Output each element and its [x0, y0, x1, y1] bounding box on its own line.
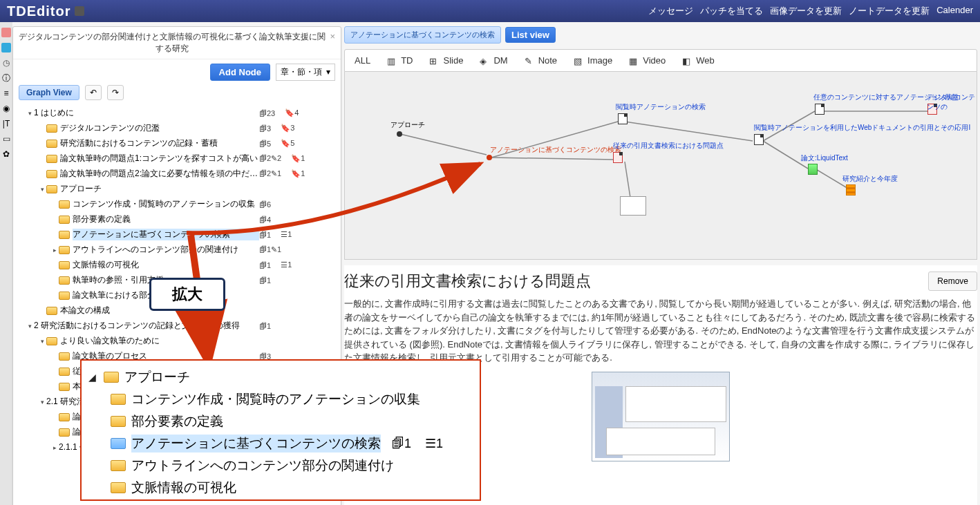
endnote-thumbnail[interactable]: [592, 372, 730, 461]
folder-icon: [59, 276, 70, 285]
folder-icon: [46, 185, 57, 193]
top-link-patch[interactable]: パッチを当てる: [700, 5, 763, 17]
tab-slide[interactable]: ⊞Slide: [429, 55, 463, 66]
expand-tri-icon[interactable]: ▾: [38, 338, 46, 345]
tree-row[interactable]: 研究活動におけるコンテンツの記録・蓄積🗐5🔖5: [19, 136, 335, 151]
tree-row[interactable]: 部分要素の定義🗐4: [19, 212, 335, 227]
folder-icon: [59, 200, 70, 209]
graph-node-center-dot[interactable]: [487, 155, 492, 160]
side-icon-doc[interactable]: ▭: [1, 134, 11, 144]
tree-meta: 🗐3🔖3: [259, 124, 335, 133]
tree-row[interactable]: コンテンツ作成・閲覧時のアノテーションの収集🗐6: [19, 197, 335, 212]
content-body: 一般的に, 文書作成時に引用する文書は過去に閲覧したことのある文書であり, 閲覧…: [344, 297, 977, 365]
expand-tri-icon[interactable]: ▾: [26, 323, 34, 330]
folder-icon: [111, 482, 126, 493]
tab-image[interactable]: ▧Image: [574, 55, 612, 66]
tree-label: 2 研究活動におけるコンテンツの記録と文脈情報の獲得: [34, 320, 259, 332]
tree-label: コンテンツ作成・閲覧時のアノテーションの収集: [73, 198, 259, 210]
top-link-calendar[interactable]: Calender: [936, 5, 973, 17]
folder-icon: [59, 368, 70, 376]
tab-dm[interactable]: ◈DM: [480, 55, 507, 66]
top-link-image-refresh[interactable]: 画像データを更新: [770, 5, 842, 17]
graph-node-1[interactable]: 閲覧時アノテーションの検索: [616, 102, 706, 112]
graph-thumb-orange[interactable]: [846, 184, 856, 196]
folder-icon: [59, 383, 70, 391]
folder-icon: [59, 428, 70, 437]
folder-icon: [111, 438, 126, 449]
tree-meta: 🗐1☰1: [259, 230, 335, 239]
graph-node-3[interactable]: 閲覧時アノテーションを利用したWebドキュメントの引用とその応用I: [754, 123, 970, 133]
expand-tri-icon[interactable]: ▾: [26, 110, 34, 117]
tab-video[interactable]: ▦Video: [629, 55, 666, 66]
folder-icon: [59, 292, 70, 300]
side-icon-gear[interactable]: ✿: [1, 149, 11, 159]
expand-tri-icon[interactable]: ▾: [38, 186, 46, 193]
graph-doc-icon-2[interactable]: [613, 152, 623, 163]
list-view-button[interactable]: List view: [505, 27, 556, 43]
zoom-meta-2: ☰1: [425, 436, 443, 451]
folder-icon: [46, 307, 57, 315]
tree-row[interactable]: ▸アウトラインへのコンテンツ部分の関連付け🗐1✎1: [19, 242, 335, 258]
tree-row[interactable]: 論文執筆時の問題点2:論文に必要な情報を頭の中だけで🗐2✎1🔖1: [19, 166, 335, 182]
graph-doc-icon-1[interactable]: [618, 113, 628, 124]
breadcrumb[interactable]: アノテーションに基づくコンテンツの検索: [344, 26, 501, 44]
folder-icon: [59, 246, 70, 254]
side-icon-eye[interactable]: ◉: [1, 104, 11, 113]
graph-thumb-green[interactable]: [808, 164, 818, 175]
content-tabs: ALL ▥TD ⊞Slide ◈DM ✎Note ▧Image ▦Video ◧…: [344, 49, 977, 72]
add-node-button[interactable]: Add Node: [210, 64, 270, 81]
graph-node-dot[interactable]: [397, 131, 402, 137]
graph-node-4[interactable]: 論文:LiquidText: [801, 153, 848, 163]
side-icon-1[interactable]: [1, 28, 11, 37]
tree-meta: 🗐4: [259, 216, 335, 224]
side-icon-strip: ◷ ⓘ ≡ ◉ |T ▭ ✿: [0, 22, 12, 505]
side-icon-stack[interactable]: ≡: [1, 88, 11, 98]
tree-row[interactable]: ▾2 研究活動におけるコンテンツの記録と文脈情報の獲得🗐1: [19, 318, 335, 334]
graph-node-approach[interactable]: アプローチ: [390, 120, 425, 130]
tree-row[interactable]: ▾1 はじめに🗐23🔖4: [19, 106, 335, 121]
side-icon-text[interactable]: |T: [1, 119, 11, 128]
folder-icon: [104, 372, 119, 383]
topbar: TDEditor メッセージ パッチを当てる 画像データを更新 ノートデータを更…: [0, 0, 980, 22]
graph-node-7[interactable]: デジタルコンテンツの: [927, 93, 977, 112]
app-logo: TDEditor: [7, 3, 84, 19]
side-icon-clock[interactable]: ◷: [1, 58, 11, 68]
tab-web[interactable]: ◧Web: [682, 55, 715, 66]
tree-label: アウトラインへのコンテンツ部分の関連付け: [73, 244, 259, 256]
tab-td[interactable]: ▥TD: [387, 55, 413, 66]
tree-row[interactable]: 文脈情報の可視化🗐1☰1: [19, 258, 335, 273]
tree-label: より良い論文執筆のために: [60, 335, 259, 347]
graph-canvas[interactable]: アプローチ アノテーションに基づくコンテンツの検索 閲覧時アノテーションの検索 …: [344, 72, 977, 260]
section-level-select[interactable]: 章・節・項 ▾: [276, 64, 335, 81]
tree-row[interactable]: アノテーションに基づくコンテンツの検索🗐1☰1: [19, 227, 335, 242]
panel-title: デジタルコンテンツの部分関連付けと文脈情報の可視化に基づく論文執筆支援に関する研…: [19, 31, 326, 55]
redo-button[interactable]: ↷: [107, 85, 124, 100]
content-title: 従来の引用文書検索における問題点: [344, 265, 928, 297]
graph-node-center[interactable]: アノテーションに基づくコンテンツの検索: [490, 145, 621, 155]
logo-badge-icon: [75, 6, 84, 16]
tab-all[interactable]: ALL: [355, 55, 370, 66]
expand-tri-icon[interactable]: ▸: [50, 247, 59, 254]
panel-close-button[interactable]: ×: [330, 31, 335, 41]
side-icon-info[interactable]: ⓘ: [1, 73, 11, 83]
graph-node-2[interactable]: 従来の引用文書検索における問題点: [613, 141, 724, 151]
tree-row[interactable]: 論文執筆時の問題点1:コンテンツを探すコストが高い🗐2✎2🔖1: [19, 151, 335, 166]
graph-doc-icon-4[interactable]: [815, 104, 824, 115]
top-links: メッセージ パッチを当てる 画像データを更新 ノートデータを更新 Calende…: [648, 5, 973, 17]
undo-button[interactable]: ↶: [85, 85, 102, 100]
top-link-message[interactable]: メッセージ: [648, 5, 693, 17]
graph-doc-icon-3[interactable]: [754, 134, 764, 145]
graph-node-5[interactable]: 研究紹介と今年度: [842, 174, 898, 184]
tree-row[interactable]: ▾より良い論文執筆のために: [19, 334, 335, 349]
remove-button[interactable]: Remove: [928, 271, 977, 291]
graph-view-button[interactable]: Graph View: [19, 85, 79, 100]
expand-tri-icon[interactable]: ▾: [38, 399, 46, 406]
tree-row[interactable]: デジタルコンテンツの氾濫🗐3🔖3: [19, 121, 335, 136]
graph-thumb-1[interactable]: [620, 196, 646, 216]
expand-tri-icon[interactable]: ▸: [50, 444, 59, 451]
side-icon-2[interactable]: [1, 43, 11, 53]
tree-row[interactable]: ▾アプローチ: [19, 182, 335, 197]
zoom-row-label: アウトラインへのコンテンツ部分の関連付け: [131, 457, 394, 475]
tab-note[interactable]: ✎Note: [525, 55, 557, 66]
top-link-note-refresh[interactable]: ノートデータを更新: [849, 5, 930, 17]
